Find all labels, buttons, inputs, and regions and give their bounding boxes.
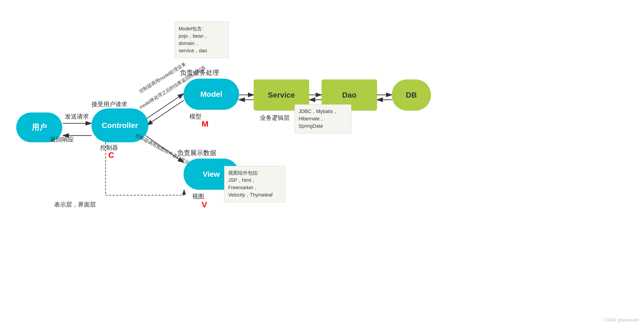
view-note-text: 视图组件包括:JSP，html，Freemarker，Velocity，Thym… (228, 169, 281, 199)
send-request-label: 发送请求 (65, 112, 89, 121)
accept-request-label: 接受用户请求 (91, 100, 127, 108)
dao-note-text: JDBC，Mybatis，Hibernate，SpringDate (299, 108, 347, 130)
model-sublabel: 模型 (189, 112, 201, 121)
watermark: CSDN @weiyouhl (604, 318, 639, 323)
model-node: Model (184, 79, 239, 110)
user-label: 用户 (32, 122, 47, 133)
controller-label: Controller (102, 121, 138, 130)
model-label: Model (200, 90, 222, 99)
dao-note: JDBC，Mybatis，Hibernate，SpringDate (295, 104, 351, 133)
model-letter: M (202, 119, 208, 128)
service-layer-label: 业务逻辑层 (260, 114, 290, 122)
view-letter: V (202, 200, 207, 209)
arrow-model-to-ctrl (147, 100, 184, 125)
view-responsibility: 负责展示数据 (177, 149, 216, 157)
db-label: DB (406, 91, 417, 99)
view-label: View (203, 170, 220, 179)
return-response-label: 返回响应 (50, 136, 74, 144)
view-note: 视图组件包括:JSP，html，Freemarker，Velocity，Thym… (224, 166, 285, 202)
service-label: Service (268, 91, 295, 99)
dao-label: Dao (342, 91, 357, 99)
db-node: DB (392, 79, 431, 111)
model-note: Model包含:pojo，bean，domain，service，dao (175, 22, 229, 58)
controller-letter: C (108, 150, 114, 160)
presentation-layer-label: 表示层，界面层 (54, 201, 96, 209)
model-note-text: Model包含:pojo，bean，domain，service，dao (179, 25, 225, 54)
view-sublabel: 视图 (192, 192, 204, 201)
